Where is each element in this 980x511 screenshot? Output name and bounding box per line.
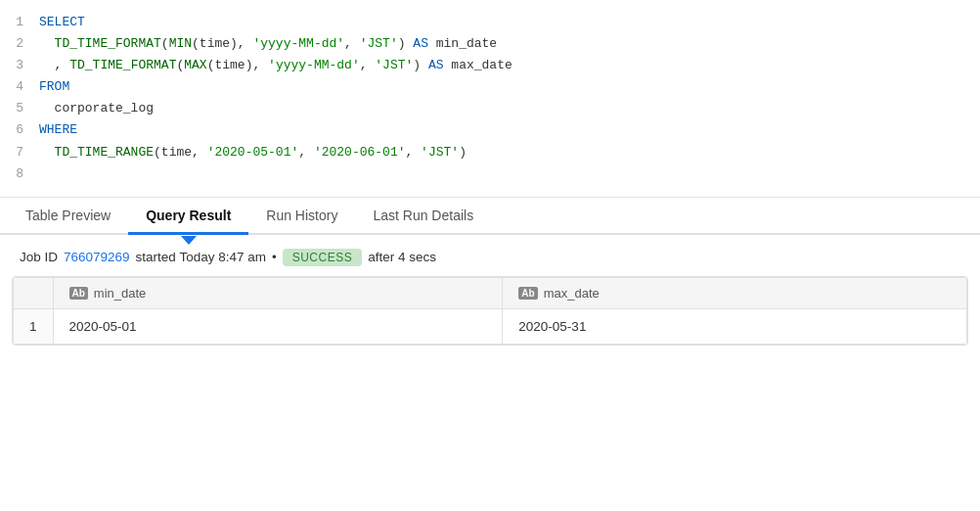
tab-last-run-details[interactable]: Last Run Details [355, 198, 491, 233]
tab-active-arrow [181, 236, 197, 245]
code-line: 7 TD_TIME_RANGE(time, '2020-05-01', '202… [0, 142, 980, 163]
col-name: min_date [94, 286, 146, 301]
code-line: 2 TD_TIME_FORMAT(MIN(time), 'yyyy-MM-dd'… [0, 33, 980, 55]
col-header-max_date: Abmax_date [503, 277, 967, 308]
line-number: 4 [8, 76, 39, 98]
line-number: 8 [8, 163, 39, 185]
tab-query-result[interactable]: Query Result [128, 198, 248, 233]
dot-separator: • [272, 250, 277, 264]
code-editor: 1SELECT2 TD_TIME_FORMAT(MIN(time), 'yyyy… [0, 0, 980, 198]
line-number: 7 [8, 142, 39, 163]
code-content: corporate_log [39, 98, 154, 119]
line-number: 1 [8, 12, 39, 33]
results-table: Abmin_dateAbmax_date12020-05-012020-05-3… [13, 277, 967, 345]
tab-table-preview[interactable]: Table Preview [8, 198, 128, 233]
tabs-bar: Table PreviewQuery ResultRun HistoryLast… [0, 198, 980, 235]
code-line: 6WHERE [0, 119, 980, 141]
code-content: WHERE [39, 119, 77, 141]
line-number: 2 [8, 33, 39, 55]
col-type-icon: Ab [69, 287, 88, 300]
status-badge: SUCCESS [283, 249, 363, 266]
results-table-wrapper: Abmin_dateAbmax_date12020-05-012020-05-3… [12, 276, 968, 346]
code-content: FROM [39, 76, 69, 98]
code-content: SELECT [39, 12, 85, 33]
code-line: 1SELECT [0, 12, 980, 33]
job-info: Job ID 766079269 started Today 8:47 am •… [0, 235, 980, 276]
col-name: max_date [544, 286, 600, 301]
results-panel: Job ID 766079269 started Today 8:47 am •… [0, 235, 980, 346]
started-text: started Today 8:47 am [136, 250, 266, 264]
job-id[interactable]: 766079269 [64, 250, 130, 264]
table-row: 12020-05-012020-05-31 [14, 308, 967, 344]
code-content: , TD_TIME_FORMAT(MAX(time), 'yyyy-MM-dd'… [39, 55, 512, 76]
line-number: 6 [8, 119, 39, 141]
job-label: Job ID [20, 250, 58, 264]
table-corner [14, 277, 54, 308]
code-content: TD_TIME_FORMAT(MIN(time), 'yyyy-MM-dd', … [39, 33, 497, 55]
line-number: 5 [8, 98, 39, 119]
cell-max_date: 2020-05-31 [503, 308, 967, 344]
col-type-icon: Ab [518, 287, 537, 300]
code-line: 3 , TD_TIME_FORMAT(MAX(time), 'yyyy-MM-d… [0, 55, 980, 76]
line-number: 3 [8, 55, 39, 76]
row-number: 1 [14, 308, 54, 344]
code-content: TD_TIME_RANGE(time, '2020-05-01', '2020-… [39, 142, 467, 163]
cell-min_date: 2020-05-01 [53, 308, 503, 344]
col-header-min_date: Abmin_date [53, 277, 503, 308]
after-text: after 4 secs [368, 250, 436, 264]
code-line: 4FROM [0, 76, 980, 98]
tab-run-history[interactable]: Run History [248, 198, 355, 233]
code-line: 8 [0, 163, 980, 185]
code-line: 5 corporate_log [0, 98, 980, 119]
